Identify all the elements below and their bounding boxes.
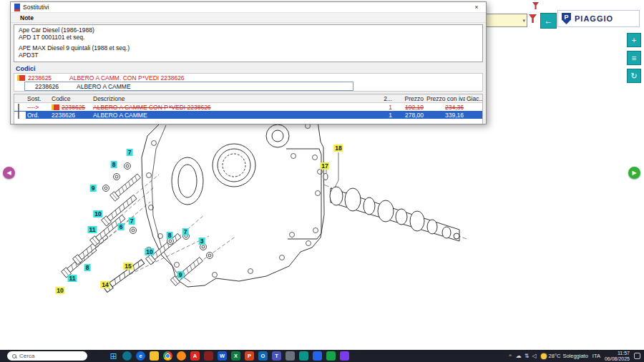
word-icon[interactable]: W (218, 351, 227, 361)
part-callout-8[interactable]: 8 (84, 264, 91, 271)
cell-desc: ALBERO A CAMME (93, 112, 169, 119)
col-qty: 2... (376, 95, 394, 102)
col-prezzo: Prezzo (394, 95, 425, 102)
dialog-menubar: Note (11, 13, 486, 23)
tree-code: 2238625 (28, 74, 69, 82)
dialog-titlebar[interactable]: Sostitutivi × (11, 2, 486, 13)
refresh-button[interactable]: ↻ (627, 69, 641, 83)
part-callout-8[interactable]: 8 (111, 161, 117, 168)
firefox-icon[interactable] (177, 351, 186, 361)
app-green-icon[interactable] (326, 351, 336, 361)
search-input[interactable]: Cerca (7, 351, 87, 361)
prev-page-button[interactable]: ◀ (3, 167, 15, 179)
index-button[interactable]: ≡ (627, 51, 641, 65)
note-model: APE MAX Diesel 9 quintali (1988 et seq.) (19, 44, 478, 52)
part-callout-14[interactable]: 14 (100, 281, 109, 288)
search-icon (12, 354, 16, 358)
col-codice: Codice (50, 95, 92, 102)
tree-row-superseded[interactable]: 2238625 ALBERO A CAMM. CON P *VEDI 22386… (14, 74, 482, 82)
part-callout-11[interactable]: 11 (88, 226, 97, 233)
table-row-selected[interactable]: Ord. 2238626 ALBERO A CAMME 1 278,00 339… (14, 111, 482, 119)
edge-icon[interactable]: e (136, 351, 145, 361)
part-callout-6[interactable]: 6 (118, 223, 125, 230)
next-page-button[interactable]: ▶ (628, 167, 640, 179)
brand-panel: P PIAGGIO (557, 10, 640, 27)
excel-icon[interactable]: X (231, 351, 240, 361)
app-teal-icon[interactable] (299, 351, 308, 361)
part-callout-11[interactable]: 11 (68, 275, 77, 282)
file-explorer-icon[interactable] (150, 351, 159, 361)
part-callout-10[interactable]: 10 (55, 287, 64, 294)
chrome-icon[interactable] (163, 351, 172, 361)
language-indicator[interactable]: ITA (592, 353, 600, 359)
tree-row-replacement[interactable]: 2238626 ALBERO A CAMME (24, 82, 353, 91)
brand-name: PIAGGIO (575, 14, 613, 23)
note-model: Ape Car Diesel (1986-1988) (19, 26, 478, 34)
clock-date: 06/08/2025 (605, 356, 630, 362)
outlook-icon[interactable]: O (258, 351, 268, 361)
part-callout-10[interactable]: 10 (145, 248, 154, 255)
row-checkbox[interactable] (18, 112, 19, 119)
app-purple-icon[interactable] (340, 351, 349, 361)
zoom-in-button[interactable]: + (627, 33, 641, 47)
note-code: APD 1T 0001101 et seq. (19, 34, 478, 41)
dialog-icon (14, 4, 20, 11)
app-red-icon[interactable] (204, 351, 213, 361)
cell-qty: 1 (376, 112, 394, 119)
back-button[interactable]: ← (540, 13, 557, 29)
screen: 7891011678111014151087391718 ▾ ← P PIAGG… (0, 0, 644, 362)
part-callout-15[interactable]: 15 (123, 263, 132, 270)
powerpoint-icon[interactable]: P (245, 351, 254, 361)
note-item: APE MAX Diesel 9 quintali (1988 et seq.)… (19, 44, 478, 59)
cortana-icon[interactable] (122, 351, 132, 361)
superseded-flag-icon (52, 104, 59, 110)
close-icon[interactable]: × (471, 4, 482, 11)
tree-note: *VEDI 2238626 (142, 74, 185, 82)
app-blue-icon[interactable] (313, 351, 322, 361)
part-callout-8[interactable]: 8 (167, 232, 173, 239)
part-callout-10[interactable]: 10 (93, 210, 102, 217)
cell-note: *VEDI 2238626 (169, 104, 211, 111)
menu-note[interactable]: Note (20, 14, 34, 21)
part-callout-17[interactable]: 17 (320, 162, 329, 170)
camshaft (330, 187, 459, 241)
part-callout-7[interactable]: 7 (127, 149, 133, 156)
network-icon[interactable]: ⇅ (525, 353, 530, 359)
part-callout-9[interactable]: 9 (177, 271, 184, 278)
cell-prezzo: 192,10 (394, 104, 425, 111)
cell-prezzo-iva: 234,36 (425, 104, 465, 111)
sostitutivi-dialog: Sostitutivi × Note Ape Car Diesel (1986-… (10, 1, 487, 124)
note-item: Ape Car Diesel (1986-1988) APD 1T 000110… (19, 26, 478, 41)
part-callout-3[interactable]: 3 (199, 238, 205, 245)
codici-label: Codici (11, 64, 486, 73)
part-callout-18[interactable]: 18 (333, 145, 343, 152)
clock[interactable]: 11:57 06/08/2025 (605, 351, 630, 362)
part-callout-7[interactable]: 7 (129, 217, 135, 225)
note-code: APD3T (19, 52, 478, 59)
cell-prezzo: 278,00 (394, 112, 425, 119)
cell-sost: Ord. (26, 112, 50, 119)
part-callout-9[interactable]: 9 (90, 185, 97, 192)
teams-icon[interactable]: T (272, 351, 281, 361)
weather-text: Soleggiato (562, 353, 587, 359)
notification-icon[interactable] (634, 353, 640, 359)
col-descrizione: Descrizione (92, 95, 376, 102)
acrobat-icon[interactable]: A (190, 351, 200, 361)
part-callout-7[interactable]: 7 (182, 228, 189, 235)
settings-icon[interactable] (286, 351, 295, 361)
cloud-icon[interactable]: ☁ (516, 353, 522, 359)
row-checkbox[interactable] (18, 104, 19, 111)
clock-time: 11:57 (605, 351, 630, 356)
system-tray: ^ ☁⇅◁ 28°C Soleggiato ITA 11:57 06/08/20… (509, 350, 640, 362)
housing-outline (142, 104, 324, 287)
table-row[interactable]: ----> 2238625 ALBERO A CAMME CON P*VEDI … (14, 103, 482, 111)
dialog-title: Sostitutivi (23, 4, 49, 11)
start-icon[interactable]: ⊞ (109, 351, 118, 361)
side-toolbar: +≡↻ (627, 33, 641, 83)
weather-widget[interactable]: 28°C Soleggiato (541, 353, 588, 359)
taskbar: Cerca ⊞eAWXPOT ^ ☁⇅◁ 28°C Soleggiato ITA… (0, 350, 644, 362)
parts-table: Sost. Codice Descrizione 2... Prezzo Pre… (14, 94, 483, 124)
volume-icon[interactable]: ◁ (532, 353, 536, 359)
tray-chevron-icon[interactable]: ^ (509, 353, 511, 358)
chevron-down-icon: ▾ (522, 18, 527, 24)
